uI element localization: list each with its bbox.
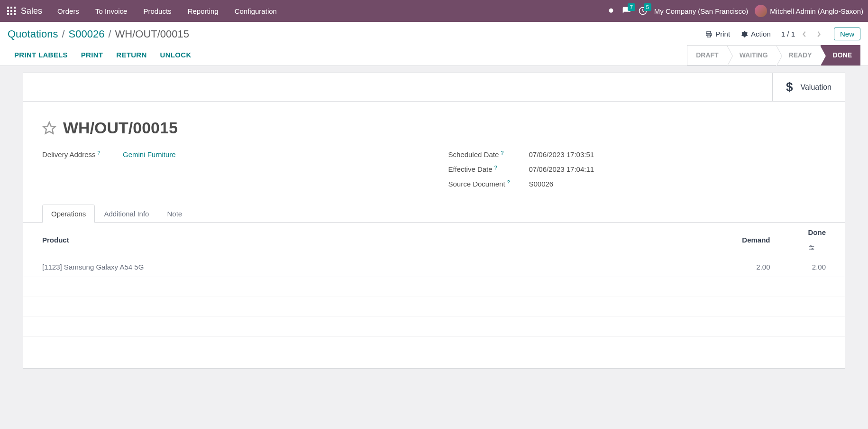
avatar xyxy=(755,5,767,17)
svg-rect-1 xyxy=(10,7,12,9)
table-empty-row xyxy=(23,317,845,337)
company-switcher[interactable]: My Company (San Francisco) xyxy=(654,7,748,15)
chevron-left-icon xyxy=(802,31,807,37)
table-empty-row xyxy=(23,277,845,297)
record-actions: PRINT LABELS PRINT RETURN UNLOCK xyxy=(8,45,198,65)
table-empty-row xyxy=(23,337,845,357)
svg-rect-0 xyxy=(7,7,9,9)
scheduled-date-label: Scheduled Date ? xyxy=(448,150,529,159)
status-done[interactable]: DONE xyxy=(821,45,860,65)
status-waiting[interactable]: WAITING xyxy=(727,45,777,65)
tab-operations[interactable]: Operations xyxy=(42,205,95,223)
valuation-label: Valuation xyxy=(800,83,831,92)
col-demand[interactable]: Demand xyxy=(543,223,789,257)
svg-point-18 xyxy=(810,246,811,247)
tab-note[interactable]: Note xyxy=(158,205,191,223)
debug-icon[interactable] xyxy=(607,7,615,15)
user-menu[interactable]: Mitchell Admin (Anglo-Saxon) xyxy=(755,5,863,17)
breadcrumb: Quotations / S00026 / WH/OUT/00015 xyxy=(8,28,189,40)
help-icon[interactable]: ? xyxy=(98,150,101,156)
operations-table: Product Demand Done xyxy=(23,223,845,357)
dollar-icon: $ xyxy=(786,80,793,94)
help-icon[interactable]: ? xyxy=(501,150,503,156)
stat-button-box: $ Valuation xyxy=(23,73,845,102)
action-label: Action xyxy=(751,30,771,38)
record-title: WH/OUT/00015 xyxy=(63,119,178,137)
print-icon xyxy=(705,30,713,38)
svg-marker-15 xyxy=(44,122,55,133)
scheduled-date-value: 07/06/2023 17:03:51 xyxy=(529,150,594,159)
column-options-icon[interactable] xyxy=(808,244,826,251)
action-menu[interactable]: Action xyxy=(740,30,771,38)
topbar: Sales Orders To Invoice Products Reporti… xyxy=(0,0,868,22)
col-product[interactable]: Product xyxy=(23,223,543,257)
pager-text[interactable]: 1 / 1 xyxy=(781,30,795,38)
cell-demand: 2.00 xyxy=(543,257,789,277)
help-icon[interactable]: ? xyxy=(494,165,497,170)
menu-orders[interactable]: Orders xyxy=(50,1,87,21)
col-done[interactable]: Done xyxy=(789,223,845,257)
help-icon[interactable]: ? xyxy=(507,179,510,185)
cell-done: 2.00 xyxy=(789,257,845,277)
print-button[interactable]: PRINT xyxy=(81,51,103,59)
effective-date-value: 07/06/2023 17:04:11 xyxy=(529,165,594,173)
notebook-tabs: Operations Additional Info Note xyxy=(23,204,845,223)
svg-rect-8 xyxy=(14,13,16,15)
app-brand[interactable]: Sales xyxy=(18,6,50,16)
status-bar: DRAFT WAITING READY DONE xyxy=(687,45,860,65)
priority-star[interactable] xyxy=(42,121,56,135)
svg-rect-5 xyxy=(14,10,16,12)
unlock-button[interactable]: UNLOCK xyxy=(160,51,192,59)
svg-rect-3 xyxy=(7,10,9,12)
delivery-address-value[interactable]: Gemini Furniture xyxy=(123,150,176,159)
svg-rect-6 xyxy=(7,13,9,15)
activities-badge: 5 xyxy=(644,3,651,11)
breadcrumb-quotations[interactable]: Quotations xyxy=(8,28,58,40)
effective-date-label: Effective Date ? xyxy=(448,165,529,173)
svg-rect-4 xyxy=(10,10,12,12)
valuation-button[interactable]: $ Valuation xyxy=(772,73,845,101)
status-draft[interactable]: DRAFT xyxy=(687,45,727,65)
pager: 1 / 1 xyxy=(781,29,823,39)
breadcrumb-sep: / xyxy=(62,28,64,40)
menu-products[interactable]: Products xyxy=(136,1,179,21)
menu-to-invoice[interactable]: To Invoice xyxy=(88,1,135,21)
print-label: Print xyxy=(715,30,730,38)
left-fields: Delivery Address ? Gemini Furniture xyxy=(42,150,420,195)
delivery-address-label: Delivery Address ? xyxy=(42,150,123,159)
controlbar: Quotations / S00026 / WH/OUT/00015 Print… xyxy=(0,22,868,66)
menu-reporting[interactable]: Reporting xyxy=(180,1,226,21)
messages-badge: 7 xyxy=(628,3,635,11)
cell-product: [1123] Samsung Galaxy A54 5G xyxy=(23,257,543,277)
print-labels-button[interactable]: PRINT LABELS xyxy=(14,51,68,59)
right-fields: Scheduled Date ? 07/06/2023 17:03:51 Eff… xyxy=(448,150,826,195)
messages-icon[interactable]: 7 xyxy=(622,6,631,16)
user-name: Mitchell Admin (Anglo-Saxon) xyxy=(770,7,863,15)
breadcrumb-sep: / xyxy=(108,28,111,40)
menu-configuration[interactable]: Configuration xyxy=(227,1,284,21)
pager-prev[interactable] xyxy=(800,29,809,39)
source-document-label: Source Document ? xyxy=(448,180,529,188)
table-row[interactable]: [1123] Samsung Galaxy A54 5G 2.00 2.00 xyxy=(23,257,845,277)
sliders-icon xyxy=(808,244,815,251)
source-document-value: S00026 xyxy=(529,180,554,188)
gear-icon xyxy=(740,30,748,38)
tab-additional-info[interactable]: Additional Info xyxy=(95,205,158,223)
pager-next[interactable] xyxy=(814,29,823,39)
chevron-right-icon xyxy=(816,31,822,37)
print-menu[interactable]: Print xyxy=(705,30,730,38)
star-icon xyxy=(42,121,56,135)
new-button[interactable]: New xyxy=(834,28,860,40)
activities-icon[interactable]: 5 xyxy=(638,6,648,16)
top-menu: Orders To Invoice Products Reporting Con… xyxy=(50,1,284,21)
svg-rect-7 xyxy=(10,13,12,15)
status-ready[interactable]: READY xyxy=(777,45,821,65)
apps-icon[interactable] xyxy=(5,7,18,15)
breadcrumb-current: WH/OUT/00015 xyxy=(115,28,190,40)
table-empty-row xyxy=(23,297,845,317)
svg-point-19 xyxy=(812,248,813,250)
form-sheet: $ Valuation WH/OUT/00015 Delivery Addres… xyxy=(23,73,845,369)
return-button[interactable]: RETURN xyxy=(116,51,146,59)
topbar-right: 7 5 My Company (San Francisco) Mitchell … xyxy=(607,5,863,17)
breadcrumb-order[interactable]: S00026 xyxy=(69,28,105,40)
